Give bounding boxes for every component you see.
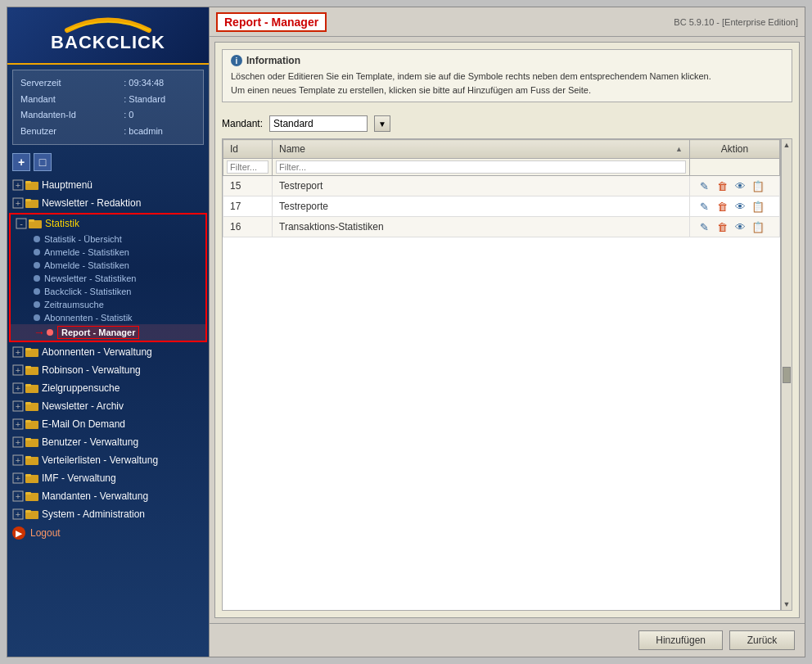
folder-icon — [29, 217, 42, 230]
sidebar-subitem-anmelde-statistiken[interactable]: Anmelde - Statistiken — [11, 246, 205, 259]
zurueck-button[interactable]: Zurück — [729, 630, 795, 650]
sidebar-subitem-newsletter-statistiken[interactable]: Newsletter - Statistiken — [11, 272, 205, 285]
logo-area: BACKCLICK — [7, 7, 209, 65]
sidebar-item-system-administration-label: System - Administration — [42, 508, 145, 520]
expand-icon: + — [12, 454, 24, 466]
svg-text:-: - — [20, 219, 23, 228]
nav-area: + Hauptmenü + Newsletter - Redaktion - S… — [7, 174, 209, 657]
view-button[interactable]: 👁 — [733, 219, 747, 234]
sidebar-item-hauptmenu[interactable]: + Hauptmenü — [7, 176, 209, 194]
mandant-row: Mandant: ▼ — [222, 115, 792, 132]
svg-rect-52 — [25, 510, 31, 513]
logout-icon: ▶ — [12, 526, 25, 540]
folder-icon — [25, 400, 38, 413]
info-icon: i — [231, 55, 242, 66]
filter-id-input[interactable] — [227, 160, 268, 174]
edit-button[interactable]: ✎ — [697, 219, 711, 234]
expand-icon: + — [12, 346, 24, 358]
sidebar-item-abonnenten-verwaltung[interactable]: + Abonnenten - Verwaltung — [7, 343, 209, 361]
edit-button[interactable]: ✎ — [697, 178, 711, 193]
sidebar-subitem-zeitraumsuche[interactable]: Zeitraumsuche — [11, 298, 205, 311]
edit-button[interactable]: ✎ — [697, 199, 711, 214]
sidebar-item-benutzer-verwaltung[interactable]: + Benutzer - Verwaltung — [7, 433, 209, 451]
footer-bar: Hinzufügen Zurück — [210, 623, 805, 657]
sidebar-item-email-on-demand[interactable]: + E-Mail On Demand — [7, 415, 209, 433]
sidebar-subitem-statistik-uebersicht[interactable]: Statistik - Übersicht — [11, 233, 205, 246]
row-actions: ✎ 🗑 👁 📋 — [690, 217, 780, 237]
table-row: 16 Transaktions-Statistiken ✎ 🗑 👁 📋 — [223, 217, 780, 237]
sidebar-item-newsletter-redaktion[interactable]: + Newsletter - Redaktion — [7, 194, 209, 212]
expand-icon: + — [12, 418, 24, 430]
mandant-select-input[interactable] — [269, 115, 368, 132]
sidebar-item-email-on-demand-label: E-Mail On Demand — [42, 418, 125, 430]
logout-button[interactable]: ▶ Logout — [7, 523, 209, 543]
svg-text:+: + — [16, 365, 20, 375]
sidebar: BACKCLICK Serverzeit : 09:34:48 Mandant … — [7, 7, 210, 657]
row-id: 16 — [223, 217, 273, 237]
delete-button[interactable]: 🗑 — [715, 219, 729, 234]
filter-id-cell — [223, 159, 273, 176]
scroll-thumb[interactable] — [783, 367, 791, 383]
benutzer-label: Benutzer — [20, 124, 122, 139]
svg-rect-40 — [25, 456, 31, 458]
sidebar-item-newsletter-archiv[interactable]: + Newsletter - Archiv — [7, 397, 209, 415]
sidebar-subitem-backclick-statistiken[interactable]: Backclick - Statistiken — [11, 285, 205, 298]
delete-button[interactable]: 🗑 — [715, 178, 729, 193]
filter-name-input[interactable] — [276, 160, 686, 174]
sidebar-item-system-administration[interactable]: + System - Administration — [7, 505, 209, 523]
sidebar-item-robinson-verwaltung[interactable]: + Robinson - Verwaltung — [7, 361, 209, 379]
svg-text:+: + — [16, 198, 20, 208]
folder-icon — [25, 508, 38, 521]
svg-rect-24 — [25, 384, 31, 386]
scroll-down-button[interactable]: ▼ — [783, 600, 791, 608]
svg-rect-28 — [25, 402, 31, 404]
svg-text:+: + — [16, 491, 20, 501]
svg-text:+: + — [16, 509, 20, 519]
sidebar-tools: + □ — [7, 150, 209, 174]
sidebar-item-abonnenten-verwaltung-label: Abonnenten - Verwaltung — [42, 346, 152, 358]
scrollbar[interactable]: ▲ ▼ — [781, 138, 792, 611]
mandant-dropdown-button[interactable]: ▼ — [374, 115, 390, 132]
sub-dot — [34, 288, 40, 295]
folder-icon — [25, 346, 38, 359]
view-button[interactable]: 👁 — [733, 199, 747, 214]
col-name-header: Name ▲ — [273, 140, 690, 159]
info-text-2: Um einen neues Template zu erstellen, kl… — [231, 84, 783, 97]
sub-dot — [34, 314, 40, 321]
sidebar-item-zielgruppensuche[interactable]: + Zielgruppensuche — [7, 379, 209, 397]
active-arrow: → — [34, 326, 45, 339]
sidebar-subitem-abmelde-statistiken[interactable]: Abmelde - Statistiken — [11, 259, 205, 272]
folder-icon — [25, 454, 38, 467]
sidebar-subitem-abonnenten-statistik[interactable]: Abonnenten - Statistik — [11, 311, 205, 324]
version-text: BC 5.9.10 - [Enterprise Edition] — [674, 17, 798, 27]
expand-all-button[interactable]: + — [12, 153, 30, 171]
folder-icon — [25, 472, 38, 485]
col-id-header: Id — [223, 140, 273, 159]
folder-icon — [25, 364, 38, 377]
copy-button[interactable]: 📋 — [751, 219, 765, 234]
sidebar-item-mandanten-verwaltung[interactable]: + Mandanten - Verwaltung — [7, 487, 209, 505]
expand-icon: + — [12, 400, 24, 412]
svg-rect-20 — [25, 366, 31, 368]
content-inner: i Information Löschen oder Editieren Sie… — [214, 42, 800, 618]
view-button[interactable]: 👁 — [733, 178, 747, 193]
serverzeit-value: : 09:34:48 — [124, 76, 196, 91]
copy-button[interactable]: 📋 — [751, 178, 765, 193]
collapse-all-button[interactable]: □ — [34, 153, 52, 171]
svg-rect-44 — [25, 474, 31, 477]
sidebar-item-imf-verwaltung[interactable]: + IMF - Verwaltung — [7, 469, 209, 487]
delete-button[interactable]: 🗑 — [715, 199, 729, 214]
hinzufuegen-button[interactable]: Hinzufügen — [638, 630, 723, 650]
expand-icon: + — [12, 382, 24, 394]
sidebar-item-statistik[interactable]: - Statistik — [11, 215, 205, 233]
svg-text:+: + — [16, 473, 20, 483]
sidebar-item-verteilerlisten-verwaltung[interactable]: + Verteilerlisten - Verwaltung — [7, 451, 209, 469]
scroll-up-button[interactable]: ▲ — [783, 141, 791, 149]
expand-icon: + — [12, 364, 24, 376]
copy-button[interactable]: 📋 — [751, 199, 765, 214]
filter-aktion-cell — [690, 159, 780, 176]
sidebar-subitem-report-manager[interactable]: → Report - Manager — [11, 324, 205, 341]
report-table: Id Name ▲ Aktion — [223, 139, 780, 237]
folder-icon — [25, 418, 38, 431]
svg-rect-36 — [25, 438, 31, 440]
